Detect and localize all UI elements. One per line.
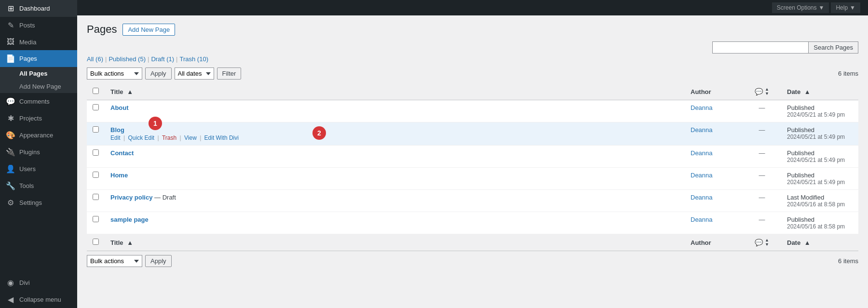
items-count-top: 6 items (838, 70, 858, 77)
view-link[interactable]: View (184, 134, 197, 141)
sidebar-item-posts[interactable]: ✎ Posts (0, 17, 77, 34)
add-new-page-button[interactable]: Add New Page (122, 24, 175, 36)
filter-all[interactable]: All (6) (87, 55, 103, 63)
sidebar-item-comments[interactable]: 💬 Comments (0, 93, 77, 110)
comment-dash: — (759, 149, 765, 157)
search-pages-button[interactable]: Search Pages (809, 41, 858, 54)
page-title-link[interactable]: Privacy policy (110, 194, 152, 201)
page-title-link[interactable]: Blog (110, 126, 124, 134)
sidebar-subitem-all-pages[interactable]: All Pages (0, 67, 77, 80)
page-title-link[interactable]: sample page (110, 216, 149, 223)
row-checkbox[interactable] (93, 104, 99, 110)
apply-button-top[interactable]: Apply (145, 67, 172, 80)
author-link[interactable]: Deanna (691, 126, 713, 134)
sidebar-item-pages[interactable]: 📄 Pages (0, 50, 77, 67)
sidebar-item-projects[interactable]: ✱ Projects (0, 110, 77, 127)
author-link[interactable]: Deanna (691, 172, 713, 179)
comment-dash: — (759, 126, 765, 134)
search-input[interactable] (712, 41, 809, 54)
row-actions: Edit | Quick Edit | Trash | View | Edit … (110, 134, 679, 141)
table-row: AboutDeanna—Published2024/05/21 at 5:49 … (87, 100, 858, 122)
comment-dash: — (759, 194, 765, 201)
table-row: HomeDeanna—Published2024/05/21 at 5:49 p… (87, 168, 858, 190)
date-value: 2024/05/16 at 8:58 pm (787, 223, 853, 230)
annotation-1: 1 (149, 117, 162, 130)
col-footer-date[interactable]: Date ▲ (781, 234, 858, 251)
col-header-date[interactable]: Date ▲ (781, 83, 858, 100)
collapse-icon: ◀ (6, 295, 15, 304)
date-value: 2024/05/21 at 5:49 pm (787, 111, 853, 118)
comment-dash: — (759, 172, 765, 179)
topbar: Screen Options ▼ Help ▼ (77, 0, 868, 15)
settings-icon: ⚙ (6, 198, 15, 207)
content-area: Pages Add New Page Search Pages All (6) … (77, 15, 868, 308)
dates-select[interactable]: All dates (175, 67, 214, 80)
sidebar-item-tools[interactable]: 🔧 Tools (0, 177, 77, 194)
plugins-icon: 🔌 (6, 147, 15, 157)
sidebar-item-media[interactable]: 🖼 Media (0, 34, 77, 50)
sidebar-item-divi[interactable]: ◉ Divi (0, 274, 77, 291)
row-checkbox[interactable] (93, 126, 99, 133)
page-title: Pages (87, 23, 117, 36)
page-title-link[interactable]: About (110, 104, 129, 111)
edit-with-divi-link[interactable]: Edit With Divi (204, 134, 239, 141)
date-status: Published (787, 172, 853, 179)
help-button[interactable]: Help ▼ (831, 2, 860, 13)
quick-edit-link[interactable]: Quick Edit (128, 134, 154, 141)
screen-options-button[interactable]: Screen Options ▼ (772, 2, 829, 13)
appearance-icon: 🎨 (6, 131, 15, 140)
filter-draft[interactable]: Draft (1) (151, 55, 174, 63)
col-header-title[interactable]: Title ▲ (105, 83, 685, 100)
edit-link[interactable]: Edit (110, 134, 121, 141)
sidebar-collapse-menu[interactable]: ◀ Collapse menu (0, 291, 77, 308)
col-footer-comments[interactable]: 💬 ▲▼ (743, 234, 781, 251)
posts-icon: ✎ (6, 21, 15, 30)
col-header-comments[interactable]: 💬 ▲▼ (743, 83, 781, 100)
page-header: Pages Add New Page (87, 23, 858, 36)
filter-links: All (6) | Published (5) | Draft (1) | Tr… (87, 55, 858, 63)
sidebar-item-appearance[interactable]: 🎨 Appearance (0, 127, 77, 144)
select-all-checkbox[interactable] (93, 88, 99, 94)
row-checkbox[interactable] (93, 172, 99, 178)
filter-published[interactable]: Published (5) (108, 55, 146, 63)
main-content: Screen Options ▼ Help ▼ Pages Add New Pa… (77, 0, 868, 308)
sidebar-item-settings[interactable]: ⚙ Settings (0, 194, 77, 211)
tools-icon: 🔧 (6, 181, 15, 190)
author-link[interactable]: Deanna (691, 216, 713, 223)
comments-icon-footer: 💬 (755, 239, 763, 246)
page-title-link[interactable]: Contact (110, 149, 134, 157)
filter-trash[interactable]: Trash (10) (180, 55, 209, 63)
date-value: 2024/05/21 at 5:49 pm (787, 134, 853, 140)
apply-button-bottom[interactable]: Apply (145, 255, 172, 267)
date-status: Published (787, 216, 853, 223)
row-checkbox[interactable] (93, 149, 99, 156)
users-icon: 👤 (6, 164, 15, 174)
filter-button[interactable]: Filter (217, 67, 242, 80)
chevron-down-icon: ▼ (819, 4, 825, 11)
title-sort-icon-footer: ▲ (127, 239, 133, 246)
comment-dash: — (759, 216, 765, 223)
date-status: Last Modified (787, 194, 853, 201)
date-value: 2024/05/16 at 8:58 pm (787, 201, 853, 208)
sidebar-item-users[interactable]: 👤 Users (0, 161, 77, 177)
projects-icon: ✱ (6, 114, 15, 123)
sidebar-item-plugins[interactable]: 🔌 Plugins (0, 144, 77, 161)
bulk-actions-select-bottom[interactable]: Bulk actions Edit Move to Trash (87, 255, 142, 267)
author-link[interactable]: Deanna (691, 194, 713, 201)
date-value: 2024/05/21 at 5:49 pm (787, 179, 853, 186)
bulk-actions-select-top[interactable]: Bulk actions Edit Move to Trash (87, 67, 142, 80)
author-link[interactable]: Deanna (691, 104, 713, 111)
trash-link[interactable]: Trash (162, 134, 176, 141)
sidebar-item-dashboard[interactable]: ⊞ Dashboard (0, 0, 77, 17)
row-checkbox[interactable] (93, 194, 99, 200)
sidebar-subitem-add-new-page[interactable]: Add New Page (0, 80, 77, 93)
date-status: Published (787, 126, 853, 134)
table-row: Privacy policy — DraftDeanna—Last Modifi… (87, 190, 858, 212)
author-link[interactable]: Deanna (691, 149, 713, 157)
annotation-2: 2 (312, 126, 326, 140)
page-title-link[interactable]: Home (110, 172, 128, 179)
col-footer-title[interactable]: Title ▲ (105, 234, 685, 251)
chevron-down-icon-help: ▼ (850, 4, 855, 11)
select-all-checkbox-bottom[interactable] (93, 239, 99, 245)
row-checkbox[interactable] (93, 216, 99, 222)
